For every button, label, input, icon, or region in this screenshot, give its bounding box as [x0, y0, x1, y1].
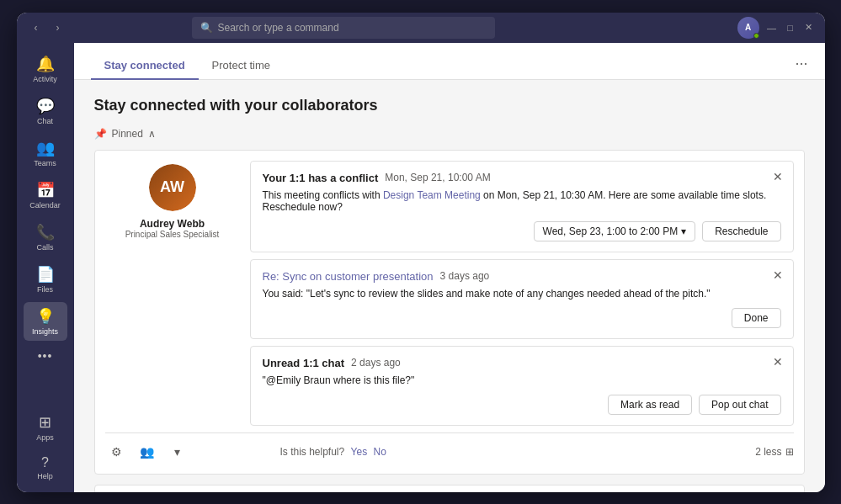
page-title: Stay connected with your collaborators [94, 97, 805, 114]
sidebar-item-activity[interactable]: 🔔 Activity [24, 50, 67, 88]
helpful-yes-link[interactable]: Yes [351, 446, 368, 458]
unread-footer: Mark as read Pop out chat [263, 395, 781, 415]
sidebar-label-files: Files [37, 285, 53, 294]
group-icon[interactable]: 👥 [136, 440, 159, 464]
grid-icon: ⊞ [785, 446, 794, 458]
sidebar-item-apps[interactable]: ⊞ Apps [24, 408, 67, 447]
sidebar-item-chat[interactable]: 💬 Chat [24, 92, 67, 130]
conflict-title: Your 1:1 has a conflict [263, 172, 379, 184]
conflict-header: Your 1:1 has a conflict Mon, Sep 21, 10:… [263, 172, 781, 184]
conflict-card-close[interactable]: ✕ [769, 168, 786, 185]
unread-time: 2 days ago [351, 357, 401, 369]
contact-title-audrey: Principal Sales Specialist [125, 230, 220, 239]
conflict-body: This meeting conflicts with Design Team … [263, 189, 781, 213]
search-bar[interactable]: 🔍 Search or type a command [192, 17, 495, 39]
insights-icon: 💡 [36, 307, 55, 326]
pin-icon: 📌 [94, 128, 107, 140]
title-bar: ‹ › 🔍 Search or type a command A — □ ✕ [17, 13, 825, 43]
teams-icon: 👥 [36, 139, 55, 157]
sidebar-item-files[interactable]: 📄 Files [24, 260, 67, 299]
sidebar-item-more[interactable]: ••• [24, 344, 67, 368]
sidebar-label-insights: Insights [32, 327, 58, 336]
activity-icon: 🔔 [36, 55, 55, 73]
tab-bar: Stay connected Protect time ··· [74, 43, 825, 80]
pop-out-chat-button[interactable]: Pop out chat [699, 395, 780, 415]
chevron-down-toolbar-icon[interactable]: ▾ [166, 440, 189, 464]
online-status-dot [753, 33, 759, 39]
sidebar-label-activity: Activity [33, 75, 57, 83]
calendar-icon: 📅 [36, 181, 55, 199]
close-button[interactable]: ✕ [803, 22, 815, 34]
reschedule-time-picker[interactable]: Wed, Sep 23, 1:00 to 2:00 PM ▾ [534, 221, 696, 241]
sidebar-item-teams[interactable]: 👥 Teams [24, 134, 67, 172]
conflict-footer: Wed, Sep 23, 1:00 to 2:00 PM ▾ Reschedul… [263, 221, 781, 241]
tab-protect-time[interactable]: Protect time [199, 50, 284, 80]
sidebar-label-calls: Calls [36, 243, 53, 252]
less-button[interactable]: 2 less ⊞ [755, 446, 793, 458]
avatar-image-audrey: AW [149, 164, 196, 211]
tab-more-button[interactable]: ··· [795, 55, 807, 79]
mark-as-read-button[interactable]: Mark as read [608, 395, 692, 415]
settings-icon[interactable]: ⚙ [105, 440, 129, 464]
pinned-section-label: 📌 Pinned ∧ [94, 128, 805, 140]
reschedule-button[interactable]: Reschedule [702, 221, 780, 241]
sidebar: 🔔 Activity 💬 Chat 👥 Teams 📅 Calendar 📞 C… [17, 43, 74, 492]
sidebar-label-help: Help [37, 472, 53, 480]
sidebar-item-help[interactable]: ? Help [24, 450, 67, 485]
calls-icon: 📞 [36, 223, 55, 241]
minimize-button[interactable]: — [766, 22, 778, 34]
contact-name-audrey: Audrey Webb [140, 218, 205, 230]
sidebar-item-insights[interactable]: 💡 Insights [24, 302, 67, 341]
nav-buttons: ‹ › [27, 19, 67, 37]
unread-card: ✕ Unread 1:1 chat 2 days ago "@Emily Bra… [250, 346, 794, 426]
sidebar-label-apps: Apps [36, 433, 54, 442]
sidebar-label-calendar: Calendar [29, 201, 61, 210]
search-placeholder: Search or type a command [218, 22, 487, 34]
unread-title: Unread 1:1 chat [263, 357, 345, 369]
helpful-no-link[interactable]: No [373, 446, 386, 458]
forward-button[interactable]: › [49, 19, 67, 37]
cards-stack-audrey: ✕ Your 1:1 has a conflict Mon, Sep 21, 1… [250, 161, 794, 426]
contact-toolbar-audrey: ⚙ 👥 ▾ Is this helpful? Yes No 2 less ⊞ [105, 432, 794, 464]
unread-card-close[interactable]: ✕ [769, 353, 786, 370]
more-icon: ••• [38, 349, 53, 363]
apps-icon: ⊞ [39, 413, 51, 432]
design-team-meeting-link[interactable]: Design Team Meeting [383, 189, 481, 201]
back-button[interactable]: ‹ [27, 19, 45, 37]
content-area: Stay connected Protect time ··· Stay con… [74, 43, 825, 492]
done-button[interactable]: Done [732, 308, 781, 328]
sync-footer: Done [263, 308, 781, 328]
helpful-label: Is this helpful? Yes No [280, 446, 386, 458]
unread-body: "@Emily Braun where is this file?" [263, 374, 781, 386]
contact-card-nestor: NW Nestor Wilke Sales Specialist ✕ Sync … [94, 485, 805, 492]
avatar-audrey: AW [149, 164, 196, 211]
unread-header: Unread 1:1 chat 2 days ago [263, 357, 781, 369]
sidebar-item-calendar[interactable]: 📅 Calendar [24, 176, 67, 215]
sync-time: 3 days ago [440, 270, 490, 282]
contact-card-audrey: AW Audrey Webb Principal Sales Specialis… [94, 150, 805, 475]
help-icon: ? [41, 455, 49, 470]
title-bar-controls: A — □ ✕ [737, 17, 815, 39]
tab-stay-connected[interactable]: Stay connected [91, 50, 199, 80]
sidebar-label-chat: Chat [37, 117, 53, 125]
conflict-card: ✕ Your 1:1 has a conflict Mon, Sep 21, 1… [250, 161, 794, 252]
maximize-button[interactable]: □ [785, 22, 796, 34]
chat-icon: 💬 [36, 97, 55, 115]
sync-title[interactable]: Re: Sync on customer presentation [263, 270, 434, 283]
sidebar-item-calls[interactable]: 📞 Calls [24, 218, 67, 257]
pinned-chevron-icon[interactable]: ∧ [148, 128, 156, 140]
sync-header: Re: Sync on customer presentation 3 days… [263, 270, 781, 283]
user-avatar[interactable]: A [737, 17, 759, 39]
conflict-time: Mon, Sep 21, 10:00 AM [385, 172, 490, 183]
sync-body: You said: "Let's sync to review the slid… [263, 288, 781, 300]
main-content: Stay connected with your collaborators 📌… [74, 80, 825, 492]
sidebar-label-teams: Teams [34, 159, 56, 167]
sync-card: ✕ Re: Sync on customer presentation 3 da… [250, 259, 794, 339]
chevron-down-icon: ▾ [681, 225, 686, 237]
files-icon: 📄 [36, 265, 55, 284]
search-icon: 🔍 [200, 22, 213, 34]
contact-info-audrey: AW Audrey Webb Principal Sales Specialis… [105, 161, 240, 426]
sync-card-close[interactable]: ✕ [769, 267, 786, 284]
app-body: 🔔 Activity 💬 Chat 👥 Teams 📅 Calendar 📞 C… [17, 43, 825, 492]
